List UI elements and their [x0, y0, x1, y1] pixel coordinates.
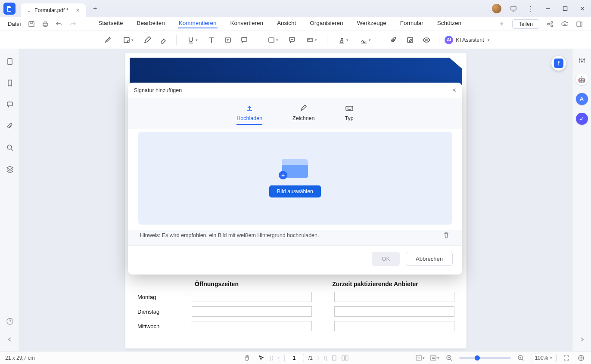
- ok-button[interactable]: OK: [372, 252, 400, 266]
- floating-upload-button[interactable]: ⭱: [551, 56, 566, 71]
- window-minimize-button[interactable]: [543, 3, 553, 14]
- menu-konvertieren[interactable]: Konvertieren: [230, 20, 264, 28]
- tab-upload[interactable]: Hochladen: [236, 104, 262, 125]
- tab-label: Hochladen: [236, 115, 262, 121]
- fit-width-icon[interactable]: ▾: [415, 353, 425, 363]
- highlighter-icon[interactable]: [101, 34, 116, 46]
- ai-assistant-button[interactable]: AI KI Assistent ▾: [445, 36, 489, 44]
- share-nodes-icon[interactable]: [546, 20, 554, 28]
- tab-type[interactable]: Typ: [345, 104, 354, 125]
- delete-icon[interactable]: [442, 231, 450, 239]
- tab-title: Formular.pdf *: [34, 7, 68, 13]
- window-close-button[interactable]: [577, 3, 588, 14]
- undo-icon[interactable]: [55, 20, 63, 28]
- check-badge-icon[interactable]: ✓: [576, 113, 588, 125]
- window-maximize-button[interactable]: [560, 3, 570, 14]
- help-icon[interactable]: [5, 317, 15, 326]
- prev-page-button[interactable]: ⟨: [278, 355, 280, 361]
- feedback-icon[interactable]: [508, 3, 519, 14]
- document-tab[interactable]: ⌄ Formular.pdf * ×: [21, 3, 86, 17]
- choose-image-button[interactable]: Bild auswählen: [269, 185, 321, 197]
- textbox-icon[interactable]: [221, 34, 235, 46]
- settings-sliders-icon[interactable]: [577, 56, 587, 65]
- zoom-slider[interactable]: [459, 357, 511, 359]
- layers-icon[interactable]: [5, 164, 15, 174]
- fullscreen-icon[interactable]: [562, 353, 571, 363]
- read-mode-icon[interactable]: ▾: [430, 353, 439, 363]
- redo-icon[interactable]: [69, 20, 77, 28]
- form-field[interactable]: [334, 321, 454, 331]
- menu-kommentieren[interactable]: Kommentieren: [178, 20, 218, 28]
- draw-icon: [299, 104, 308, 113]
- more-icon[interactable]: ⋮: [526, 3, 536, 14]
- first-page-button[interactable]: |⟨: [270, 355, 274, 361]
- share-button[interactable]: Teilen: [512, 19, 539, 29]
- form-field[interactable]: [192, 321, 312, 331]
- translate-icon[interactable]: A: [576, 93, 588, 105]
- lightbulb-icon[interactable]: ✦: [498, 20, 505, 28]
- page-number-input[interactable]: [284, 354, 304, 362]
- app-logo[interactable]: [3, 3, 16, 15]
- pencil-icon[interactable]: [140, 34, 155, 46]
- dialog-close-button[interactable]: ×: [452, 86, 456, 94]
- stamp-icon[interactable]: ▾: [333, 34, 353, 46]
- comment-bubble-icon[interactable]: [285, 34, 299, 46]
- attachments-panel-icon[interactable]: [5, 121, 15, 131]
- zoom-out-button[interactable]: [445, 353, 454, 363]
- select-tool-icon[interactable]: [256, 353, 266, 363]
- comment-toolbar: ▾ ▾ ▾ ▾ ▾ ▾ AI KI Assistent ▾: [0, 31, 591, 49]
- fit-page-icon[interactable]: [576, 353, 586, 363]
- menu-ansicht[interactable]: Ansicht: [276, 20, 297, 28]
- tab-draw[interactable]: Zeichnen: [292, 104, 314, 125]
- single-page-icon[interactable]: [331, 355, 337, 361]
- close-tab-button[interactable]: ×: [76, 7, 80, 14]
- measure-icon[interactable]: ▾: [301, 34, 322, 46]
- menu-formular[interactable]: Formular: [399, 20, 424, 28]
- two-page-icon[interactable]: [342, 355, 348, 361]
- new-tab-button[interactable]: +: [90, 3, 100, 14]
- form-field[interactable]: [192, 306, 312, 317]
- collapse-left-icon[interactable]: [5, 335, 15, 344]
- signature-icon[interactable]: ▾: [355, 34, 376, 46]
- zoom-in-button[interactable]: [516, 353, 526, 363]
- note-icon[interactable]: ▾: [118, 34, 138, 46]
- edit-comment-icon[interactable]: [403, 34, 417, 46]
- menu-bearbeiten[interactable]: Bearbeiten: [136, 20, 165, 28]
- menu-organisieren[interactable]: Organisieren: [309, 20, 344, 28]
- form-field[interactable]: [334, 292, 454, 302]
- text-icon[interactable]: [204, 34, 219, 46]
- menu-startseite[interactable]: Startseite: [97, 20, 124, 28]
- ai-chat-icon[interactable]: 🤖: [576, 73, 588, 85]
- cloud-upload-icon[interactable]: [561, 20, 569, 28]
- callout-icon[interactable]: [237, 34, 252, 46]
- search-icon[interactable]: [5, 143, 15, 152]
- cancel-button[interactable]: Abbrechen: [406, 252, 453, 266]
- shape-rect-icon[interactable]: ▾: [262, 34, 283, 46]
- file-menu[interactable]: Datei: [8, 21, 21, 27]
- save-icon[interactable]: [28, 20, 35, 28]
- zoom-level[interactable]: 100%▾: [531, 354, 557, 362]
- eye-icon[interactable]: [419, 34, 434, 46]
- menu-schuetzen[interactable]: Schützen: [436, 20, 462, 28]
- hand-tool-icon[interactable]: [243, 353, 252, 363]
- last-page-button[interactable]: ⟩|: [323, 355, 327, 361]
- upload-dropzone[interactable]: + Bild auswählen: [138, 132, 452, 225]
- user-avatar[interactable]: [492, 4, 501, 13]
- collapse-right-icon[interactable]: [577, 335, 587, 344]
- form-field[interactable]: [334, 306, 454, 317]
- thumbnails-icon[interactable]: [5, 57, 15, 66]
- panel-toggle-icon[interactable]: [575, 20, 583, 28]
- next-page-button[interactable]: ⟩: [317, 355, 319, 361]
- main-menu: Startseite Bearbeiten Kommentieren Konve…: [97, 20, 462, 28]
- attachment-icon[interactable]: [386, 34, 401, 46]
- underline-icon[interactable]: ▾: [182, 34, 202, 46]
- svg-point-18: [7, 145, 12, 149]
- section-heading-left: Öffnungszeiten: [137, 281, 296, 287]
- menu-werkzeuge[interactable]: Werkzeuge: [356, 20, 387, 28]
- print-icon[interactable]: [41, 20, 49, 28]
- eraser-icon[interactable]: [156, 34, 171, 46]
- bookmark-icon[interactable]: [5, 78, 15, 88]
- form-field[interactable]: [192, 292, 312, 302]
- comments-panel-icon[interactable]: [5, 100, 15, 109]
- day-label: Dienstag: [137, 308, 185, 315]
